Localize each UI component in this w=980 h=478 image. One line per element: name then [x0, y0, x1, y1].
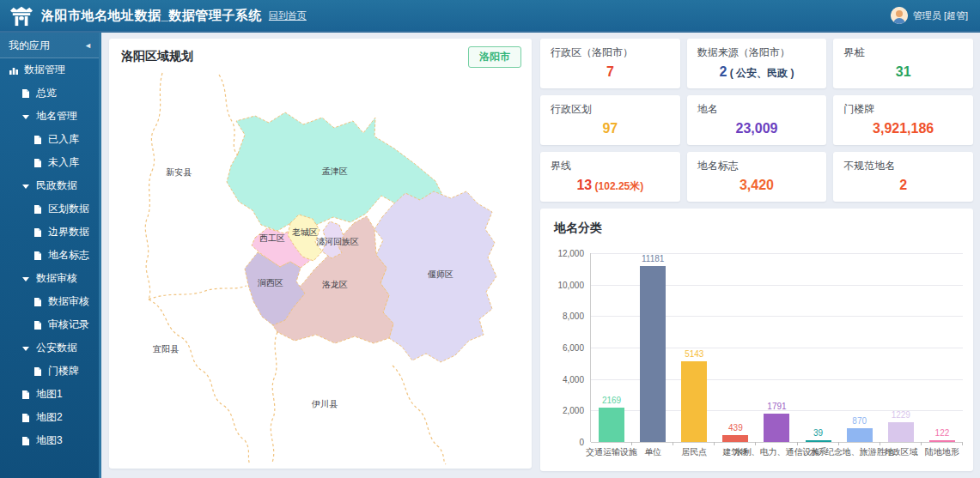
y-axis-tick-label: 10,000	[557, 280, 584, 289]
sidebar-item-数据审核-10[interactable]: 数据审核	[0, 290, 99, 313]
y-axis-tick-label: 8,000	[563, 312, 584, 321]
stat-card-value: 3,921,186	[843, 121, 963, 136]
map-label-涧西区: 涧西区	[257, 278, 283, 287]
stat-card-8: 地名标志3,420	[687, 152, 827, 202]
sidebar-item-地名标志-8[interactable]: 地名标志	[0, 244, 99, 267]
sidebar-item-地名管理-2[interactable]: 地名管理	[0, 105, 99, 128]
stat-card-5: 地名23,009	[687, 95, 827, 145]
bar-value-label: 870	[852, 416, 867, 426]
gridline	[591, 442, 963, 443]
bar-value-label: 39	[813, 428, 823, 438]
bar-单位	[640, 266, 666, 442]
y-axis-tick-label: 0	[579, 438, 584, 447]
stat-card-1: 行政区（洛阳市）7	[540, 39, 680, 88]
stat-card-label: 地名标志	[697, 159, 817, 173]
stat-card-label: 行政区（洛阳市）	[551, 45, 670, 60]
bar-slot: 1791水利、电力、通信设施	[756, 253, 797, 442]
sidebar-item-数据管理-0[interactable]: 数据管理	[0, 58, 99, 82]
region-map-panel: 洛阳区域规划 洛阳市 新安县孟津区西工区老城区瀍河回族区涧西区洛龙区偃师区宜阳县…	[109, 39, 532, 469]
sidebar-item-未入库-4[interactable]: 未入库	[0, 151, 99, 174]
county-boundary-4	[149, 300, 250, 464]
x-axis-category-label: 水系	[810, 446, 827, 458]
x-axis-category-label: 交通运输设施	[586, 446, 637, 458]
map-label-新安县: 新安县	[166, 167, 192, 177]
sidebar-item-已入库-3[interactable]: 已入库	[0, 128, 99, 151]
caret-down-icon	[21, 343, 31, 354]
file-icon	[33, 204, 43, 215]
sidebar-item-审核记录-11[interactable]: 审核记录	[0, 313, 99, 336]
stat-card-label: 不规范地名	[843, 159, 963, 173]
file-icon	[21, 88, 31, 99]
stat-card-value: 13 (102.25米)	[551, 178, 670, 194]
sidebar-item-label: 公安数据	[36, 341, 77, 355]
file-icon	[33, 158, 43, 168]
sidebar-item-label: 已入库	[48, 132, 79, 147]
caret-down-icon	[21, 112, 31, 122]
city-filter-badge[interactable]: 洛阳市	[468, 46, 521, 68]
bar-居民点	[681, 361, 707, 442]
sidebar-item-公安数据-12[interactable]: 公安数据	[0, 336, 99, 360]
stat-card-6: 门楼牌3,921,186	[833, 95, 973, 145]
bar-slot: 2169交通运输设施	[591, 253, 632, 442]
bar-水系	[806, 440, 831, 442]
stat-card-value: 3,420	[697, 178, 817, 193]
stat-card-value: 97	[551, 121, 670, 136]
sidebar-item-民政数据-5[interactable]: 民政数据	[0, 174, 99, 197]
stat-card-label: 数据来源（洛阳市）	[697, 45, 817, 60]
bar-value-label: 122	[935, 428, 950, 438]
bar-纪念地、旅游胜地	[847, 428, 873, 442]
district-map[interactable]: 新安县孟津区西工区老城区瀍河回族区涧西区洛龙区偃师区宜阳县伊川县	[109, 70, 532, 466]
collapse-sidebar-icon[interactable]: ◄	[84, 33, 92, 58]
classification-chart-panel: 地名分类 02,0004,0006,0008,00010,00012,00021…	[540, 209, 973, 471]
stat-card-label: 界桩	[843, 45, 963, 60]
sidebar-header-my-apps[interactable]: 我的应用 ◄	[0, 33, 99, 58]
county-boundary-5	[271, 332, 277, 463]
county-boundary-2	[219, 75, 238, 155]
sidebar-item-label: 边界数据	[48, 225, 89, 239]
sidebar-item-总览-1[interactable]: 总览	[0, 82, 99, 105]
bar-交通运输设施	[599, 408, 624, 442]
stat-card-label: 行政区划	[551, 102, 670, 117]
y-axis-tick-label: 6,000	[563, 343, 584, 353]
sidebar-item-label: 数据审核	[36, 271, 77, 286]
file-icon	[33, 320, 43, 330]
sidebar-item-地图3-16[interactable]: 地图3	[0, 429, 99, 452]
sidebar-item-地图2-15[interactable]: 地图2	[0, 406, 99, 429]
sidebar-item-label: 地图3	[36, 433, 63, 448]
sidebar-item-label: 地图2	[36, 410, 63, 425]
sidebar-menu: 数据管理总览地名管理已入库未入库民政数据区划数据边界数据地名标志数据审核数据审核…	[0, 58, 99, 452]
app-root: 洛阳市地名地址数据_数据管理子系统 回到首页 管理员 [超管] 我的应用 ◄ 数…	[0, 0, 980, 478]
current-user[interactable]: 管理员 [超管]	[913, 9, 968, 22]
file-icon	[33, 227, 43, 238]
file-icon	[21, 413, 31, 423]
sidebar-item-数据审核-9[interactable]: 数据审核	[0, 267, 99, 290]
sidebar-item-边界数据-7[interactable]: 边界数据	[0, 221, 99, 244]
bar-value-label: 11181	[642, 254, 664, 263]
bar-slot: 122陆地地形	[922, 253, 963, 442]
bar-slot: 870纪念地、旅游胜地	[839, 253, 880, 442]
stat-card-9: 不规范地名2	[833, 152, 973, 202]
y-axis-tick-label: 12,000	[557, 249, 584, 258]
map-label-伊川县: 伊川县	[311, 399, 338, 408]
sidebar-item-label: 地名管理	[36, 109, 77, 124]
sidebar-item-地图1-14[interactable]: 地图1	[0, 383, 99, 406]
x-axis-category-label: 陆地地形	[925, 446, 959, 458]
map-label-老城区: 老城区	[292, 227, 318, 237]
user-avatar[interactable]	[891, 7, 908, 24]
stat-card-value: 23,009	[697, 121, 817, 136]
file-icon	[21, 390, 31, 400]
back-home-link[interactable]: 回到首页	[269, 9, 307, 22]
sidebar-item-区划数据-6[interactable]: 区划数据	[0, 197, 99, 221]
bar-陆地地形	[929, 440, 955, 442]
bar-value-label: 2169	[602, 396, 621, 405]
sidebar-item-label: 区划数据	[48, 202, 89, 216]
bar-slot: 1229行政区域	[880, 253, 922, 442]
sidebar-item-门楼牌-13[interactable]: 门楼牌	[0, 360, 99, 383]
bar-slot: 5143居民点	[673, 253, 715, 442]
sidebar-item-label: 总览	[36, 86, 57, 100]
main-content: 洛阳区域规划 洛阳市 新安县孟津区西工区老城区瀍河回族区涧西区洛龙区偃师区宜阳县…	[104, 33, 980, 478]
paifang-gate-logo-icon	[9, 4, 34, 27]
bar-行政区域	[888, 422, 914, 442]
map-label-瀍河回族区: 瀍河回族区	[316, 237, 359, 246]
stat-card-7: 界线13 (102.25米)	[540, 152, 680, 202]
